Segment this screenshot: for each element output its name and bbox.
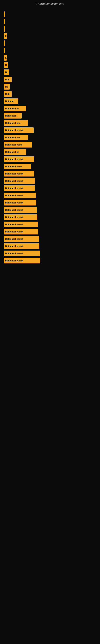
bar-row: B — [4, 62, 96, 68]
bar-row: Bottleneck result — [4, 236, 96, 242]
bar-label: Bottleneck resul — [5, 144, 22, 146]
bar-label: Bottleneck result — [5, 252, 23, 254]
bar-row: Bo — [4, 70, 96, 75]
bar-row: Bott — [4, 91, 96, 97]
bar-row: Bottleneck result — [4, 200, 96, 206]
bar: Bottleneck resul — [4, 142, 32, 148]
bar-row: Bottleneck resu — [4, 164, 96, 169]
bar: | — [4, 26, 5, 32]
bar: | — [4, 12, 5, 17]
bar: Bottleneck result — [4, 214, 37, 220]
bar-label: Bottleneck result — [5, 129, 23, 132]
bar: Bottleneck re — [4, 149, 26, 155]
bar: Bottleneck result — [4, 178, 35, 184]
bar-label: Bottleneck result — [5, 194, 23, 196]
bar: Bottleneck res — [4, 120, 28, 126]
bar-label: Bottleneck result — [5, 245, 23, 247]
bar: Bottleneck result — [4, 229, 38, 234]
bar: Bottleneck result — [4, 171, 34, 176]
bar-row: | — [4, 12, 96, 17]
bar: E — [4, 33, 7, 39]
bar-label: Bottleneck result — [5, 238, 23, 240]
bar-label: Bottleneck resu — [5, 165, 22, 168]
bar-label: Bottleneck res — [5, 136, 20, 139]
bar-label: Bottleneck result — [5, 172, 23, 175]
bar: Bottleneck result — [4, 243, 39, 249]
bar-row: | — [4, 48, 96, 53]
header: TheBottlenecker.com — [0, 0, 100, 10]
bar: Bo — [4, 84, 10, 90]
bar-row: Bottleneck result — [4, 185, 96, 191]
bar-row: Bottleneck re — [4, 106, 96, 111]
bar: Bottleneck result — [4, 258, 40, 264]
bar: Bo — [4, 70, 9, 75]
bar-row: Bottleneck result — [4, 243, 96, 249]
bar: Bottleneck result — [4, 185, 35, 191]
bar: B — [4, 62, 8, 68]
bar-row: Bottleneck res — [4, 135, 96, 140]
bar-row: E — [4, 33, 96, 39]
bar: | — [4, 40, 5, 46]
bar-row: Bo — [4, 84, 96, 90]
bar-label: E — [5, 56, 7, 59]
bars-container: |||E||EBBoBottBoBottBottleneBottleneck r… — [0, 10, 100, 267]
bar: Bottleneck result — [4, 207, 37, 213]
bar: Bottlene — [4, 98, 18, 104]
bar-row: Bottleneck — [4, 113, 96, 118]
bar-row: Bottleneck result — [4, 128, 96, 133]
bar-label: Bo — [5, 71, 8, 74]
bar-row: Bottleneck result — [4, 178, 96, 184]
bar: Bottleneck res — [4, 135, 28, 140]
bar-label: Bottleneck result — [5, 187, 23, 190]
bar-row: Bottleneck result — [4, 171, 96, 176]
bar-row: Bottleneck result — [4, 192, 96, 198]
bar-label: Bottleneck res — [5, 122, 20, 124]
bar: Bott — [4, 77, 12, 82]
bar-label: Bo — [5, 86, 8, 88]
bar-row: Bottleneck res — [4, 120, 96, 126]
site-title: TheBottlenecker.com — [0, 0, 100, 10]
bar: Bottleneck result — [4, 128, 34, 133]
bar-label: Bott — [5, 93, 10, 95]
bar-label: Bottleneck result — [5, 158, 23, 160]
bar-row: Bottleneck result — [4, 229, 96, 234]
bar-label: Bottlene — [5, 100, 14, 102]
bar-row: Bottleneck result — [4, 250, 96, 256]
bar-row: Bottleneck result — [4, 156, 96, 162]
bar: Bottleneck result — [4, 156, 34, 162]
bar-label: Bottleneck result — [5, 202, 23, 204]
bar-label: Bottleneck result — [5, 230, 23, 233]
bar-label: Bottleneck re — [5, 151, 19, 153]
bar-label: E — [5, 35, 7, 37]
bar: | — [4, 48, 5, 53]
bar-label: Bottleneck — [5, 114, 16, 117]
bar-row: | — [4, 19, 96, 24]
bar-row: Bottleneck re — [4, 149, 96, 155]
bar-row: | — [4, 40, 96, 46]
bar: Bottleneck — [4, 113, 22, 118]
bar-label: Bottleneck re — [5, 107, 19, 110]
bar: E — [4, 55, 7, 60]
bar: Bottleneck result — [4, 236, 39, 242]
bar-label: Bott — [5, 78, 10, 81]
bar: | — [4, 19, 5, 24]
bar-row: Bottleneck result — [4, 214, 96, 220]
bar-label: Bottleneck result — [5, 180, 23, 182]
bar-row: Bottleneck result — [4, 222, 96, 227]
bar-label: B — [5, 64, 7, 66]
bar: Bottleneck result — [4, 250, 40, 256]
bar-row: Bottleneck result — [4, 207, 96, 213]
bar-label: Bottleneck result — [5, 209, 23, 211]
bar-label: Bottleneck result — [5, 223, 23, 226]
bar: Bottleneck result — [4, 192, 36, 198]
bar: Bottleneck result — [4, 200, 36, 206]
bar-row: | — [4, 26, 96, 32]
bar-label: Bottleneck result — [5, 216, 23, 218]
bar-row: Bottleneck result — [4, 258, 96, 264]
bar-row: Bottlene — [4, 98, 96, 104]
bar-row: Bottleneck resul — [4, 142, 96, 148]
bar-label: Bottleneck result — [5, 260, 23, 262]
bar: Bott — [4, 91, 12, 97]
bar-row: E — [4, 55, 96, 60]
bar-row: Bott — [4, 77, 96, 82]
